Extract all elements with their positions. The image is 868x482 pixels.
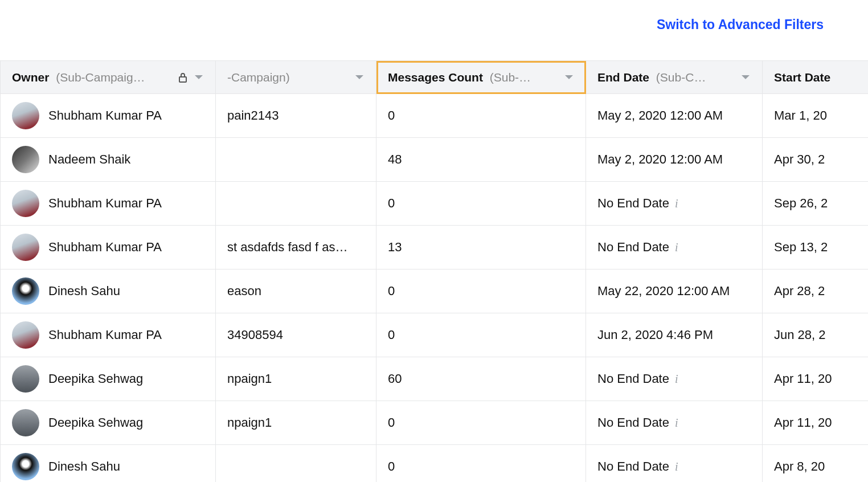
cell-messages: 0 xyxy=(376,94,586,138)
table-row[interactable]: Dinesh Sahueason0May 22, 2020 12:00 AMAp… xyxy=(1,269,869,313)
cell-end-date: May 22, 2020 12:00 AM xyxy=(586,269,763,313)
cell-campaign: npaign1 xyxy=(216,357,376,401)
info-icon[interactable]: i xyxy=(675,373,678,385)
cell-campaign: 34908594 xyxy=(216,313,376,357)
campaign-table: Owner (Sub-Campaig… -Campaign) xyxy=(0,60,868,482)
column-sublabel: (Sub-C… xyxy=(656,71,706,84)
owner-name: Dinesh Sahu xyxy=(48,284,120,299)
table-row[interactable]: Nadeem Shaik48May 2, 2020 12:00 AMApr 30… xyxy=(1,138,869,182)
avatar xyxy=(12,277,39,305)
owner-name: Dinesh Sahu xyxy=(48,459,120,474)
cell-campaign xyxy=(216,445,376,483)
cell-owner: Deepika Sehwag xyxy=(1,357,216,401)
column-header-owner[interactable]: Owner (Sub-Campaig… xyxy=(1,61,216,94)
column-header-campaign[interactable]: -Campaign) xyxy=(216,61,376,94)
cell-owner: Shubham Kumar PA xyxy=(1,182,216,226)
cell-campaign xyxy=(216,138,376,182)
cell-end-date: May 2, 2020 12:00 AM xyxy=(586,138,763,182)
column-sublabel: (Sub-Campaig… xyxy=(56,71,145,84)
cell-messages: 0 xyxy=(376,401,586,445)
avatar xyxy=(12,409,39,436)
cell-owner: Dinesh Sahu xyxy=(1,445,216,483)
end-date-text: No End Date xyxy=(597,415,669,430)
cell-owner: Nadeem Shaik xyxy=(1,138,216,182)
table-row[interactable]: Shubham Kumar PApain21430May 2, 2020 12:… xyxy=(1,94,869,138)
cell-messages: 0 xyxy=(376,445,586,483)
avatar xyxy=(12,146,39,173)
cell-start-date: Sep 26, 2 xyxy=(763,182,869,226)
cell-start-date: Apr 11, 20 xyxy=(763,401,869,445)
end-date-text: May 2, 2020 12:00 AM xyxy=(597,108,723,122)
cell-messages: 48 xyxy=(376,138,586,182)
cell-campaign xyxy=(216,182,376,226)
cell-owner: Shubham Kumar PA xyxy=(1,226,216,269)
cell-end-date: No End Datei xyxy=(586,226,763,269)
avatar xyxy=(12,453,39,480)
caret-down-icon xyxy=(194,74,204,81)
svg-rect-0 xyxy=(179,77,186,82)
column-label: Owner xyxy=(12,71,49,84)
table-row[interactable]: Deepika Sehwagnpaign160No End DateiApr 1… xyxy=(1,357,869,401)
avatar xyxy=(12,190,39,217)
avatar xyxy=(12,365,39,393)
cell-end-date: No End Datei xyxy=(586,182,763,226)
end-date-text: May 22, 2020 12:00 AM xyxy=(597,284,730,298)
cell-campaign: st asdafds fasd f as… xyxy=(216,226,376,269)
end-date-text: No End Date xyxy=(597,459,669,473)
owner-name: Shubham Kumar PA xyxy=(48,108,162,123)
cell-start-date: Apr 8, 20 xyxy=(763,445,869,483)
info-icon[interactable]: i xyxy=(675,460,678,473)
table-header-row: Owner (Sub-Campaig… -Campaign) xyxy=(1,61,869,94)
advanced-filters-link[interactable]: Switch to Advanced Filters xyxy=(657,17,824,32)
owner-name: Shubham Kumar PA xyxy=(48,328,162,342)
owner-name: Nadeem Shaik xyxy=(48,152,130,167)
end-date-text: Jun 2, 2020 4:46 PM xyxy=(597,328,713,342)
table-container: Owner (Sub-Campaig… -Campaign) xyxy=(0,60,868,482)
lock-icon xyxy=(178,72,188,83)
table-row[interactable]: Dinesh Sahu0No End DateiApr 8, 20 xyxy=(1,445,869,483)
cell-start-date: Sep 13, 2 xyxy=(763,226,869,269)
avatar xyxy=(12,234,39,261)
cell-start-date: Mar 1, 20 xyxy=(763,94,869,138)
column-sublabel: -Campaign) xyxy=(227,71,290,84)
cell-start-date: Jun 28, 2 xyxy=(763,313,869,357)
cell-end-date: No End Datei xyxy=(586,357,763,401)
column-sublabel: (Sub-… xyxy=(490,71,531,84)
caret-down-icon xyxy=(564,74,574,81)
cell-messages: 0 xyxy=(376,182,586,226)
cell-end-date: No End Datei xyxy=(586,401,763,445)
owner-name: Deepika Sehwag xyxy=(48,371,143,386)
cell-start-date: Apr 28, 2 xyxy=(763,269,869,313)
cell-messages: 0 xyxy=(376,313,586,357)
caret-down-icon xyxy=(354,74,365,81)
cell-end-date: Jun 2, 2020 4:46 PM xyxy=(586,313,763,357)
column-header-start-date[interactable]: Start Date xyxy=(763,61,869,94)
column-label: End Date xyxy=(597,71,649,84)
table-row[interactable]: Shubham Kumar PAst asdafds fasd f as…13N… xyxy=(1,226,869,269)
column-header-messages[interactable]: Messages Count (Sub-… xyxy=(376,61,586,94)
info-icon[interactable]: i xyxy=(675,416,678,429)
caret-down-icon xyxy=(740,74,751,81)
cell-end-date: May 2, 2020 12:00 AM xyxy=(586,94,763,138)
column-header-end-date[interactable]: End Date (Sub-C… xyxy=(586,61,763,94)
column-label: Messages Count xyxy=(388,71,483,84)
table-row[interactable]: Shubham Kumar PA349085940Jun 2, 2020 4:4… xyxy=(1,313,869,357)
cell-owner: Dinesh Sahu xyxy=(1,269,216,313)
cell-owner: Deepika Sehwag xyxy=(1,401,216,445)
avatar xyxy=(12,321,39,349)
info-icon[interactable]: i xyxy=(675,197,678,210)
end-date-text: No End Date xyxy=(597,240,669,254)
cell-start-date: Apr 11, 20 xyxy=(763,357,869,401)
info-icon[interactable]: i xyxy=(675,241,678,254)
owner-name: Shubham Kumar PA xyxy=(48,240,162,255)
cell-start-date: Apr 30, 2 xyxy=(763,138,869,182)
cell-campaign: pain2143 xyxy=(216,94,376,138)
cell-campaign: npaign1 xyxy=(216,401,376,445)
owner-name: Shubham Kumar PA xyxy=(48,196,162,211)
table-row[interactable]: Deepika Sehwagnpaign10No End DateiApr 11… xyxy=(1,401,869,445)
cell-end-date: No End Datei xyxy=(586,445,763,483)
column-label: Start Date xyxy=(774,71,830,84)
cell-messages: 13 xyxy=(376,226,586,269)
avatar xyxy=(12,102,39,129)
table-row[interactable]: Shubham Kumar PA0No End DateiSep 26, 2 xyxy=(1,182,869,226)
